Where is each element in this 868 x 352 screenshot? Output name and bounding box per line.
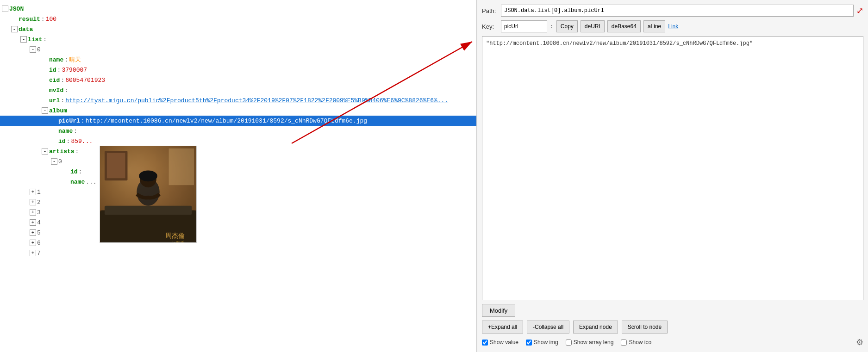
path-label: Path: — [482, 7, 498, 14]
tree-item3[interactable]: + 3 — [0, 207, 476, 217]
item7-index: 7 — [37, 250, 41, 257]
picurl-key: picUrl — [58, 117, 80, 124]
url-value[interactable]: http://tyst.migu.cn/public%2Fproduct5th%… — [65, 97, 448, 104]
aline-button[interactable]: aLine — [643, 20, 665, 32]
show-ico-checkbox[interactable] — [621, 340, 627, 346]
item1-index: 1 — [37, 189, 41, 196]
tree-item5[interactable]: + 5 — [0, 228, 476, 238]
checkboxes-row: Show value Show img Show array leng Show… — [482, 337, 863, 347]
name-value: 晴天 — [69, 56, 81, 64]
path-row: Path: ⤢ — [482, 5, 863, 17]
tree-artist-id: id : — [0, 167, 476, 177]
result-key: result — [19, 16, 40, 23]
tree-root[interactable]: - JSON — [0, 4, 476, 14]
svg-point-10 — [139, 170, 157, 181]
item6-index: 6 — [37, 240, 41, 247]
settings-gear-icon[interactable]: ⚙ — [856, 337, 863, 347]
expand-all-button[interactable]: +Expand all — [482, 321, 523, 333]
toggle-list[interactable]: - — [20, 36, 27, 43]
svg-rect-7 — [105, 206, 192, 215]
tree-picurl[interactable]: picUrl : http://mcontent.10086.cn/newlv2… — [0, 116, 476, 126]
toggle-item5[interactable]: + — [30, 229, 36, 236]
tree-result: result : 100 — [0, 14, 476, 24]
id-key: id — [49, 67, 56, 74]
album-key: album — [49, 107, 67, 114]
show-array-leng-checkbox[interactable] — [566, 340, 572, 346]
list-key: list — [28, 36, 42, 43]
expand-node-button[interactable]: Expand node — [573, 321, 618, 333]
key-label: Key: — [482, 23, 498, 30]
toggle-item6[interactable]: + — [30, 240, 36, 246]
toggle-item2[interactable]: + — [30, 199, 36, 205]
tree-list[interactable]: - list : — [0, 34, 476, 44]
key-separator: : — [550, 23, 554, 30]
show-array-leng-checkbox-item: Show array leng — [566, 339, 614, 346]
value-textarea[interactable] — [482, 36, 863, 300]
album-id-key: id — [58, 138, 66, 145]
tree-artist-name: name ... — [0, 177, 476, 187]
toggle-item0[interactable]: - — [30, 46, 36, 53]
image-preview-popup: 周杰倫 七里香 — [100, 146, 197, 243]
path-input[interactable] — [501, 5, 854, 17]
tree-id: id : 3790007 — [0, 65, 476, 75]
album-id-value: 859... — [71, 138, 93, 145]
svg-rect-4 — [107, 153, 125, 178]
show-ico-label: Show ico — [629, 339, 651, 346]
toggle-item4[interactable]: + — [30, 219, 36, 226]
cid-value: 60054701923 — [65, 77, 105, 84]
tree-item4[interactable]: + 4 — [0, 217, 476, 228]
expand-icon[interactable]: ⤢ — [856, 6, 863, 16]
tree-item1[interactable]: + 1 — [0, 187, 476, 197]
tree-item7[interactable]: + 7 — [0, 248, 476, 258]
mvid-key: mvId — [49, 87, 63, 94]
artist-id-key: id — [70, 168, 78, 175]
tree-item6[interactable]: + 6 — [0, 238, 476, 248]
deuri-button[interactable]: deURI — [581, 20, 605, 32]
show-img-checkbox[interactable] — [526, 340, 532, 346]
item4-index: 4 — [37, 219, 41, 226]
scroll-to-node-button[interactable]: Scroll to node — [622, 321, 668, 333]
svg-text:七里香: 七里香 — [171, 241, 185, 242]
result-value: 100 — [46, 16, 56, 23]
tree-item2[interactable]: + 2 — [0, 197, 476, 207]
tree-item0[interactable]: - 0 — [0, 44, 476, 55]
toggle-root[interactable]: - — [2, 6, 8, 12]
show-value-checkbox[interactable] — [482, 340, 488, 346]
show-value-label: Show value — [490, 339, 518, 346]
toggle-artist0[interactable]: - — [51, 158, 57, 165]
tree-artists[interactable]: - artists : — [0, 146, 476, 156]
show-value-checkbox-item: Show value — [482, 339, 518, 346]
tree-name: name : 晴天 — [0, 55, 476, 65]
collapse-all-button[interactable]: -Collapse all — [527, 321, 569, 333]
artist-name-key: name — [70, 179, 85, 185]
tree-data[interactable]: - data — [0, 24, 476, 34]
toggle-item1[interactable]: + — [30, 189, 36, 195]
copy-button[interactable]: Copy — [556, 20, 578, 32]
key-row: Key: : Copy deURI deBase64 aLine Link — [482, 20, 863, 32]
right-panel: Path: ⤢ Key: : Copy deURI deBase64 aLine… — [477, 0, 868, 352]
toggle-item3[interactable]: + — [30, 209, 36, 216]
debase64-button[interactable]: deBase64 — [607, 20, 641, 32]
svg-rect-5 — [169, 148, 194, 185]
name-key: name — [49, 56, 63, 63]
modify-button[interactable]: Modify — [482, 304, 515, 317]
toggle-artists[interactable]: - — [42, 148, 48, 154]
artist0-index: 0 — [58, 158, 62, 165]
tree-url: url : http://tyst.migu.cn/public%2Fprodu… — [0, 95, 476, 105]
link-button[interactable]: Link — [668, 23, 678, 30]
show-array-leng-label: Show array leng — [574, 339, 614, 346]
key-input[interactable] — [501, 20, 547, 32]
json-tree-panel: - JSON result : 100 - data - list : - 0 … — [0, 0, 477, 352]
data-key: data — [19, 26, 33, 33]
artists-key: artists — [49, 148, 75, 155]
tree-album[interactable]: - album — [0, 105, 476, 116]
item0-index: 0 — [37, 46, 41, 53]
toggle-album[interactable]: - — [42, 107, 48, 114]
album-art: 周杰倫 七里香 — [100, 146, 196, 242]
tree-album-name: name : — [0, 126, 476, 136]
tree-artist0[interactable]: - 0 — [0, 156, 476, 167]
toggle-item7[interactable]: + — [30, 250, 36, 256]
picurl-value: http://mcontent.10086.cn/newlv2/new/albu… — [86, 117, 368, 124]
modify-row: Modify — [482, 304, 863, 317]
toggle-data[interactable]: - — [11, 26, 18, 32]
